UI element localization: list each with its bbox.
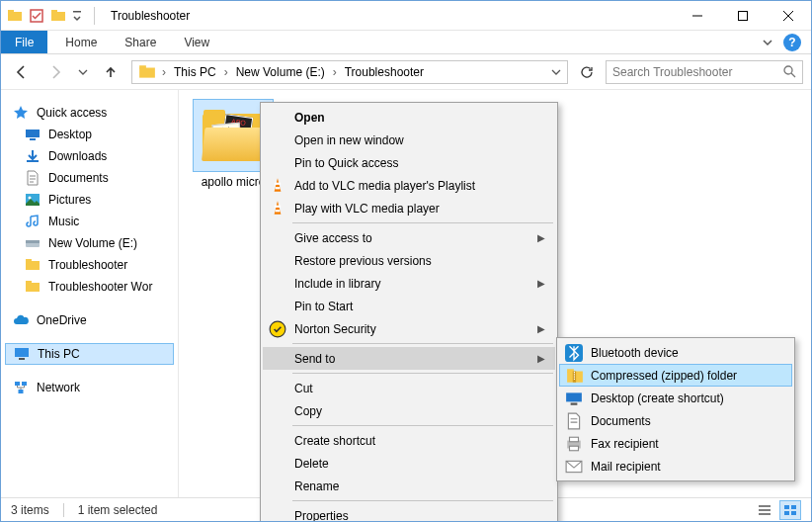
address-bar: › This PC › New Volume (E:) › Troublesho… (1, 54, 811, 90)
tab-share[interactable]: Share (111, 31, 170, 53)
norton-icon (269, 320, 286, 338)
sidebar-item-desktop[interactable]: Desktop (5, 124, 174, 145)
menu-separator (292, 500, 553, 501)
crumb-volume[interactable]: New Volume (E:) (230, 61, 331, 83)
svg-rect-39 (566, 392, 582, 401)
search-input[interactable]: Search Troubleshooter (606, 60, 803, 84)
sidebar-item-documents[interactable]: Documents (5, 167, 174, 189)
ctx-properties[interactable]: Properties (263, 504, 555, 522)
submenu-arrow-icon: ▶ (537, 278, 545, 289)
breadcrumb-dropdown-icon[interactable] (547, 67, 565, 77)
chevron-right-icon[interactable]: › (222, 65, 230, 79)
ctx-include-library[interactable]: Include in library▶ (263, 272, 555, 295)
ctx-copy[interactable]: Copy (263, 399, 555, 422)
svg-rect-5 (73, 11, 81, 13)
ctx-pin-start[interactable]: Pin to Start (263, 295, 555, 317)
minimize-button[interactable] (675, 1, 720, 30)
desktop-icon (25, 127, 41, 142)
tab-file[interactable]: File (1, 31, 47, 53)
sendto-documents[interactable]: Documents (559, 409, 792, 432)
sendto-fax[interactable]: Fax recipient (559, 432, 792, 455)
download-icon (25, 148, 41, 164)
maximize-button[interactable] (720, 1, 766, 30)
close-button[interactable] (766, 1, 811, 30)
ctx-pin-quick-access[interactable]: Pin to Quick access (263, 151, 555, 174)
svg-rect-25 (19, 390, 24, 393)
refresh-button[interactable] (576, 61, 598, 83)
forward-button[interactable] (42, 59, 68, 85)
ctx-open-new-window[interactable]: Open in new window (263, 129, 555, 151)
menu-separator (292, 425, 553, 426)
separator (63, 503, 64, 517)
ctx-vlc-play[interactable]: Play with VLC media player (263, 197, 555, 219)
cloud-icon (13, 312, 29, 328)
sendto-mail[interactable]: Mail recipient (559, 455, 792, 478)
sidebar-this-pc[interactable]: This PC (5, 343, 174, 365)
document-icon (25, 170, 41, 186)
svg-rect-26 (784, 505, 789, 509)
submenu-arrow-icon: ▶ (537, 323, 545, 334)
ctx-send-to[interactable]: Send to▶ (263, 347, 555, 370)
recent-dropdown[interactable] (76, 59, 90, 85)
chevron-right-icon[interactable]: › (331, 65, 339, 79)
svg-rect-16 (26, 240, 40, 243)
status-item-count: 3 items (11, 503, 49, 517)
tab-view[interactable]: View (170, 31, 223, 53)
ctx-restore-versions[interactable]: Restore previous versions (263, 249, 555, 272)
ctx-create-shortcut[interactable]: Create shortcut (263, 429, 555, 452)
sidebar-network[interactable]: Network (5, 377, 174, 398)
svg-rect-6 (739, 11, 748, 20)
crumb-this-pc[interactable]: This PC (168, 61, 222, 83)
sidebar-item-downloads[interactable]: Downloads (5, 145, 174, 167)
svg-rect-19 (26, 283, 40, 292)
view-details-button[interactable] (754, 500, 775, 520)
help-icon[interactable]: ? (783, 34, 801, 51)
sendto-desktop-shortcut[interactable]: Desktop (create shortcut) (559, 387, 792, 409)
drive-icon (25, 235, 41, 251)
svg-point-9 (784, 66, 792, 74)
network-icon (13, 380, 29, 395)
svg-rect-43 (570, 446, 579, 451)
svg-rect-29 (791, 511, 796, 515)
sidebar-item-volume[interactable]: New Volume (E:) (5, 232, 174, 254)
view-thumbnails-button[interactable] (779, 500, 801, 520)
folder-icon (50, 8, 66, 24)
svg-rect-10 (26, 130, 40, 137)
svg-rect-42 (570, 437, 579, 442)
qat-properties-icon[interactable] (29, 8, 44, 24)
ctx-open[interactable]: Open (263, 106, 555, 129)
svg-rect-21 (15, 348, 29, 357)
sidebar-quick-access[interactable]: Quick access (5, 102, 174, 124)
menu-separator (292, 343, 553, 344)
vlc-icon (269, 200, 286, 218)
sidebar-onedrive[interactable]: OneDrive (5, 309, 174, 331)
sidebar-item-troubleshooter[interactable]: Troubleshooter (5, 254, 174, 276)
ctx-cut[interactable]: Cut (263, 377, 555, 399)
ctx-give-access[interactable]: Give access to▶ (263, 226, 555, 249)
ctx-norton[interactable]: Norton Security▶ (263, 317, 555, 340)
svg-rect-33 (276, 210, 281, 212)
sendto-compressed-folder[interactable]: Compressed (zipped) folder (559, 364, 792, 387)
back-button[interactable] (9, 59, 35, 85)
tab-home[interactable]: Home (51, 31, 111, 53)
up-button[interactable] (98, 59, 123, 85)
send-to-submenu: Bluetooth device Compressed (zipped) fol… (556, 337, 795, 481)
ribbon-expand-icon[interactable] (762, 37, 773, 48)
status-selection: 1 item selected (78, 503, 158, 517)
ctx-delete[interactable]: Delete (263, 452, 555, 475)
sidebar-item-music[interactable]: Music (5, 211, 174, 232)
qat-dropdown-icon[interactable] (72, 8, 82, 24)
svg-rect-1 (8, 10, 14, 13)
sendto-bluetooth[interactable]: Bluetooth device (559, 341, 792, 364)
chevron-right-icon[interactable]: › (160, 65, 168, 79)
ctx-rename[interactable]: Rename (263, 475, 555, 497)
ctx-vlc-playlist[interactable]: Add to VLC media player's Playlist (263, 174, 555, 197)
crumb-folder[interactable]: Troubleshooter (339, 61, 430, 83)
ribbon-tabs: File Home Share View ? (1, 31, 811, 54)
window-title: Troubleshooter (107, 9, 675, 23)
sidebar-item-pictures[interactable]: Pictures (5, 189, 174, 211)
svg-rect-17 (26, 261, 40, 270)
sidebar-item-troubleshooter-wor[interactable]: Troubleshooter Wor (5, 276, 174, 298)
svg-rect-22 (19, 358, 25, 360)
breadcrumb[interactable]: › This PC › New Volume (E:) › Troublesho… (131, 60, 568, 84)
